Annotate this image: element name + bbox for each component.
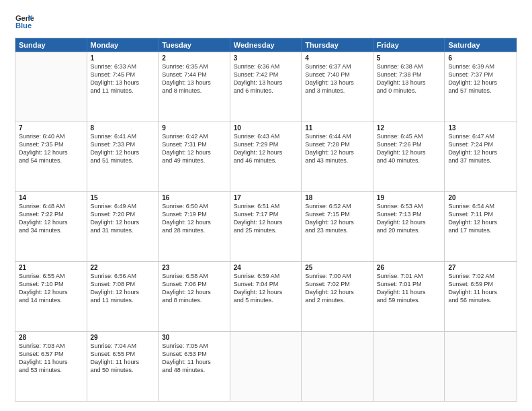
calendar-cell: 30Sunrise: 7:05 AMSunset: 6:53 PMDayligh…: [159, 332, 230, 401]
cell-line: and 31 minutes.: [91, 226, 155, 234]
calendar-header-cell: Thursday: [302, 38, 373, 52]
calendar-cell: [373, 332, 445, 401]
cell-line: and 5 minutes.: [234, 296, 298, 304]
cell-line: Sunset: 6:53 PM: [162, 350, 226, 358]
cell-line: Sunrise: 6:48 AM: [19, 202, 83, 210]
cell-line: Sunrise: 6:40 AM: [19, 132, 83, 140]
calendar-header-cell: Friday: [373, 38, 445, 52]
cell-line: Daylight: 13 hours: [162, 79, 226, 87]
cell-line: Sunset: 7:37 PM: [448, 71, 513, 79]
calendar-cell: 1Sunrise: 6:33 AMSunset: 7:45 PMDaylight…: [87, 52, 159, 122]
cell-line: Sunrise: 6:53 AM: [377, 202, 441, 210]
logo-icon: General Blue: [15, 12, 34, 31]
calendar-cell: 21Sunrise: 6:55 AMSunset: 7:10 PMDayligh…: [15, 262, 87, 331]
day-number: 3: [234, 54, 298, 62]
day-number: 9: [162, 124, 226, 132]
calendar-cell: 18Sunrise: 6:52 AMSunset: 7:15 PMDayligh…: [302, 192, 373, 261]
cell-line: and 6 minutes.: [234, 87, 298, 95]
cell-line: and 56 minutes.: [448, 296, 513, 304]
day-number: 25: [305, 264, 369, 271]
cell-line: Sunrise: 7:03 AM: [19, 342, 83, 350]
cell-line: and 48 minutes.: [162, 366, 226, 374]
cell-line: Daylight: 12 hours: [305, 288, 369, 296]
cell-line: Sunrise: 6:58 AM: [162, 272, 226, 280]
cell-line: Sunrise: 6:39 AM: [448, 62, 513, 71]
day-number: 19: [377, 194, 441, 201]
calendar-cell: 4Sunrise: 6:37 AMSunset: 7:40 PMDaylight…: [302, 52, 373, 122]
cell-line: Sunset: 6:59 PM: [448, 280, 513, 288]
cell-line: and 3 minutes.: [305, 87, 369, 95]
cell-line: and 53 minutes.: [19, 366, 83, 374]
cell-line: Sunrise: 6:43 AM: [234, 132, 298, 140]
day-number: 20: [448, 194, 513, 201]
day-number: 14: [19, 194, 83, 201]
cell-line: Sunset: 7:26 PM: [377, 140, 441, 148]
day-number: 28: [19, 334, 83, 341]
calendar-cell: 12Sunrise: 6:45 AMSunset: 7:26 PMDayligh…: [373, 122, 445, 191]
cell-line: Sunset: 7:02 PM: [305, 280, 369, 288]
calendar-cell: 14Sunrise: 6:48 AMSunset: 7:22 PMDayligh…: [15, 192, 87, 261]
cell-line: and 54 minutes.: [19, 156, 83, 165]
svg-text:Blue: Blue: [15, 21, 32, 30]
cell-line: Daylight: 12 hours: [234, 218, 298, 226]
cell-line: Sunset: 6:55 PM: [91, 350, 155, 358]
calendar-cell: 19Sunrise: 6:53 AMSunset: 7:13 PMDayligh…: [373, 192, 445, 261]
cell-line: and 50 minutes.: [91, 366, 155, 374]
cell-line: Sunset: 7:17 PM: [234, 210, 298, 218]
day-number: 2: [162, 54, 226, 62]
calendar-cell: 13Sunrise: 6:47 AMSunset: 7:24 PMDayligh…: [445, 122, 517, 191]
day-number: 4: [305, 54, 369, 62]
page: General Blue SundayMondayTuesdayWednesda…: [0, 0, 532, 411]
cell-line: and 8 minutes.: [162, 296, 226, 304]
calendar-cell: 9Sunrise: 6:42 AMSunset: 7:31 PMDaylight…: [159, 122, 230, 191]
calendar-cell: 26Sunrise: 7:01 AMSunset: 7:01 PMDayligh…: [373, 262, 445, 331]
cell-line: Sunrise: 6:49 AM: [91, 202, 155, 210]
cell-line: Sunset: 7:20 PM: [91, 210, 155, 218]
day-number: 21: [19, 264, 83, 271]
day-number: 6: [448, 54, 513, 62]
calendar-cell: 6Sunrise: 6:39 AMSunset: 7:37 PMDaylight…: [445, 52, 517, 122]
cell-line: Sunset: 7:01 PM: [377, 280, 441, 288]
cell-line: and 11 minutes.: [91, 296, 155, 304]
day-number: 29: [91, 334, 155, 341]
calendar-cell: 11Sunrise: 6:44 AMSunset: 7:28 PMDayligh…: [302, 122, 373, 191]
cell-line: and 57 minutes.: [448, 87, 513, 95]
cell-line: Sunrise: 6:41 AM: [91, 132, 155, 140]
cell-line: Sunset: 7:10 PM: [19, 280, 83, 288]
cell-line: Daylight: 12 hours: [91, 218, 155, 226]
day-number: 11: [305, 124, 369, 132]
cell-line: Sunrise: 7:00 AM: [305, 272, 369, 280]
cell-line: Sunrise: 6:56 AM: [91, 272, 155, 280]
cell-line: Daylight: 11 hours: [19, 358, 83, 366]
cell-line: Sunrise: 7:04 AM: [91, 342, 155, 350]
cell-line: Sunrise: 6:35 AM: [162, 62, 226, 71]
cell-line: and 0 minutes.: [377, 87, 441, 95]
cell-line: and 46 minutes.: [234, 156, 298, 165]
day-number: 15: [91, 194, 155, 201]
header: General Blue: [15, 12, 517, 31]
calendar-cell: 23Sunrise: 6:58 AMSunset: 7:06 PMDayligh…: [159, 262, 230, 331]
cell-line: Daylight: 11 hours: [377, 288, 441, 296]
calendar-cell: 7Sunrise: 6:40 AMSunset: 7:35 PMDaylight…: [15, 122, 87, 191]
cell-line: Daylight: 11 hours: [91, 358, 155, 366]
calendar-header-cell: Saturday: [445, 38, 517, 52]
cell-line: Sunrise: 6:52 AM: [305, 202, 369, 210]
cell-line: Sunrise: 6:38 AM: [377, 62, 441, 71]
cell-line: Sunrise: 6:51 AM: [234, 202, 298, 210]
calendar-header-row: SundayMondayTuesdayWednesdayThursdayFrid…: [15, 38, 517, 52]
cell-line: Daylight: 12 hours: [234, 148, 298, 156]
cell-line: Sunset: 7:33 PM: [91, 140, 155, 148]
cell-line: Daylight: 13 hours: [91, 79, 155, 87]
day-number: 27: [448, 264, 513, 271]
cell-line: Sunset: 7:08 PM: [91, 280, 155, 288]
calendar-cell: 8Sunrise: 6:41 AMSunset: 7:33 PMDaylight…: [87, 122, 159, 191]
calendar-row: 1Sunrise: 6:33 AMSunset: 7:45 PMDaylight…: [15, 52, 517, 122]
cell-line: and 2 minutes.: [305, 296, 369, 304]
calendar-cell: 2Sunrise: 6:35 AMSunset: 7:44 PMDaylight…: [159, 52, 230, 122]
day-number: 17: [234, 194, 298, 201]
calendar-cell: 10Sunrise: 6:43 AMSunset: 7:29 PMDayligh…: [230, 122, 302, 191]
cell-line: Sunset: 7:31 PM: [162, 140, 226, 148]
cell-line: Sunrise: 6:37 AM: [305, 62, 369, 71]
day-number: 5: [377, 54, 441, 62]
cell-line: Sunrise: 6:36 AM: [234, 62, 298, 71]
